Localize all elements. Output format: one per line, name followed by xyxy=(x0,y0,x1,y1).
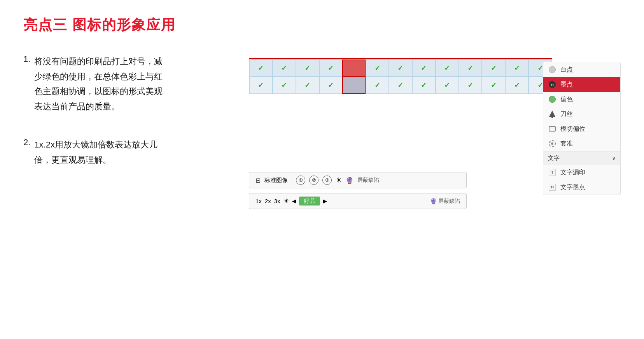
check-grid: ✓✓✓✓✓✓✓✓✓✓✓✓✓✓✓✓✓✓✓✓✓✓✓✓ xyxy=(249,59,552,94)
checkmark: ✓ xyxy=(491,81,497,90)
checkmark: ✓ xyxy=(467,64,473,72)
checkmark: ✓ xyxy=(281,64,287,72)
check-cell-r1-c6: ✓ xyxy=(389,60,412,77)
prev-button[interactable]: ◀ xyxy=(292,198,296,204)
check-cell-r1-c3: ✓ xyxy=(319,60,343,77)
check-cell-r1-c2: ✓ xyxy=(296,60,319,77)
menu-item-text-missing-label: 文字漏印 xyxy=(560,169,585,177)
menu-item-blade-label: 刀丝 xyxy=(560,110,573,118)
zoom-circle-2[interactable]: ② xyxy=(309,176,318,185)
checkmark: ✓ xyxy=(374,64,380,72)
register-icon xyxy=(548,139,556,148)
checkmark: ✓ xyxy=(328,81,334,90)
checkmark: ✓ xyxy=(444,64,450,72)
shield-label-2: 屏蔽缺陷 xyxy=(438,198,460,205)
menu-item-die-cut[interactable]: 模切偏位 xyxy=(543,121,620,136)
active-quality-label: 好品 xyxy=(299,197,320,206)
menu-item-white-dot[interactable]: 白点 xyxy=(543,62,620,77)
menu-item-register-label: 套准 xyxy=(560,140,573,148)
menu-item-die-cut-label: 模切偏位 xyxy=(560,125,585,133)
toolbar-bar: ⊟ 标准图像 ① ② ③ ☀ 🔮 屏蔽缺陷 xyxy=(249,172,467,188)
zoom-circle-3[interactable]: ③ xyxy=(322,176,332,185)
die-cut-icon xyxy=(548,125,556,133)
point-2: 2. 1x.2x用放大镜加倍数表达放大几 倍，更直观易理解。 xyxy=(23,137,226,167)
zoom-bar: 1x 2x 3x ☀ ◀ 好品 ▶ 🔮 屏蔽缺陷 xyxy=(249,193,467,209)
left-content: 1. 将没有问题的印刷品打上对号，减 少绿色的使用，在总体色彩上与红 色主题相协… xyxy=(23,54,226,209)
chevron-down-icon: ∨ xyxy=(612,156,616,161)
check-cell-r2-c4 xyxy=(342,77,366,94)
zoom-2x[interactable]: 2x xyxy=(265,198,271,204)
next-button[interactable]: ▶ xyxy=(323,198,327,204)
checkmark: ✓ xyxy=(258,64,264,72)
page-title: 亮点三 图标的形象应用 xyxy=(23,16,621,35)
menu-section-text-label: 文字 xyxy=(548,155,560,162)
right-panel: 白点 ●● 墨点 偏色 xyxy=(543,62,621,195)
point-1-line4: 表达当前产品的质量。 xyxy=(34,99,163,114)
window-icon: ⊟ xyxy=(256,177,261,184)
checkmark: ✓ xyxy=(397,81,403,90)
checkmark: ✓ xyxy=(304,64,310,72)
checkmark: ✓ xyxy=(421,81,427,90)
zoom-1x[interactable]: 1x xyxy=(256,198,262,204)
shield-label: 屏蔽缺陷 xyxy=(357,177,379,184)
check-cell-r2-c10: ✓ xyxy=(482,77,505,94)
check-cell-r2-c11: ✓ xyxy=(505,77,528,94)
menu-item-blade[interactable]: 刀丝 xyxy=(543,107,620,121)
check-cell-r1-c8: ✓ xyxy=(436,60,459,77)
check-grid-container: ✓✓✓✓✓✓✓✓✓✓✓✓✓✓✓✓✓✓✓✓✓✓✓✓ xyxy=(249,58,552,94)
check-cell-r2-c6: ✓ xyxy=(389,77,412,94)
checkmark: ✓ xyxy=(397,64,403,72)
text-missing-icon: T xyxy=(548,168,556,177)
checkmark: ✓ xyxy=(328,64,334,72)
zoom-circle-1[interactable]: ① xyxy=(296,176,305,185)
checkmark: ✓ xyxy=(304,81,310,90)
check-cell-r2-c8: ✓ xyxy=(436,77,459,94)
point-1-number: 1. xyxy=(23,54,30,114)
checkmark: ✓ xyxy=(537,81,543,90)
brightness-icon[interactable]: ☀ xyxy=(336,176,342,184)
menu-item-ink-dot-label: 墨点 xyxy=(560,81,573,89)
point-1-line2: 少绿色的使用，在总体色彩上与红 xyxy=(34,69,163,84)
check-cell-r2-c2: ✓ xyxy=(296,77,319,94)
check-cell-r2-c5: ✓ xyxy=(366,77,389,94)
check-cell-r1-c9: ✓ xyxy=(459,60,482,77)
menu-item-color-shift[interactable]: 偏色 xyxy=(543,92,620,107)
check-cell-r2-c1: ✓ xyxy=(273,77,296,94)
check-cell-r1-c10: ✓ xyxy=(482,60,505,77)
shield-mask-icon[interactable]: 🔮 xyxy=(346,177,354,184)
menu-item-ink-dot[interactable]: ●● 墨点 xyxy=(543,77,620,92)
check-cell-r2-c3: ✓ xyxy=(319,77,343,94)
menu-item-color-shift-label: 偏色 xyxy=(560,95,573,104)
sun-icon-2[interactable]: ☀ xyxy=(284,197,289,205)
point-2-line1: 1x.2x用放大镜加倍数表达放大几 xyxy=(34,137,158,153)
checkmark: ✓ xyxy=(374,81,380,90)
check-cell-r2-c7: ✓ xyxy=(412,77,436,94)
menu-item-text-missing[interactable]: T 文字漏印 xyxy=(543,165,620,180)
point-2-line2: 倍，更直观易理解。 xyxy=(34,153,158,168)
checkmark: ✓ xyxy=(537,64,543,72)
point-1-line3: 色主题相协调，以图标的形式美观 xyxy=(34,84,163,99)
checkmark: ✓ xyxy=(421,64,427,72)
zoom-3x[interactable]: 3x xyxy=(274,198,280,204)
point-1: 1. 将没有问题的印刷品打上对号，减 少绿色的使用，在总体色彩上与红 色主题相协… xyxy=(23,54,226,114)
white-dot-icon xyxy=(548,65,556,74)
check-cell-r1-c7: ✓ xyxy=(412,60,436,77)
point-1-line1: 将没有问题的印刷品打上对号，减 xyxy=(34,54,163,69)
text-ink-icon: T• xyxy=(548,183,556,191)
check-cell-r2-c9: ✓ xyxy=(459,77,482,94)
divider-1 xyxy=(292,176,292,184)
menu-item-text-ink-label: 文字墨点 xyxy=(560,183,585,191)
menu-item-white-dot-label: 白点 xyxy=(560,66,573,74)
checkmark: ✓ xyxy=(444,81,450,90)
checkmark: ✓ xyxy=(258,81,264,90)
menu-item-register[interactable]: 套准 xyxy=(543,136,620,151)
menu-item-text-ink[interactable]: T• 文字墨点 xyxy=(543,180,620,195)
checkmark: ✓ xyxy=(491,64,497,72)
checkmark: ✓ xyxy=(514,81,520,90)
check-cell-r2-c0: ✓ xyxy=(249,77,273,94)
point-2-number: 2. xyxy=(23,137,30,167)
shield-icon-2: 🔮 xyxy=(430,198,437,204)
ink-dot-icon: ●● xyxy=(548,80,556,89)
check-cell-r1-c0: ✓ xyxy=(249,60,273,77)
checkmark: ✓ xyxy=(467,81,473,90)
